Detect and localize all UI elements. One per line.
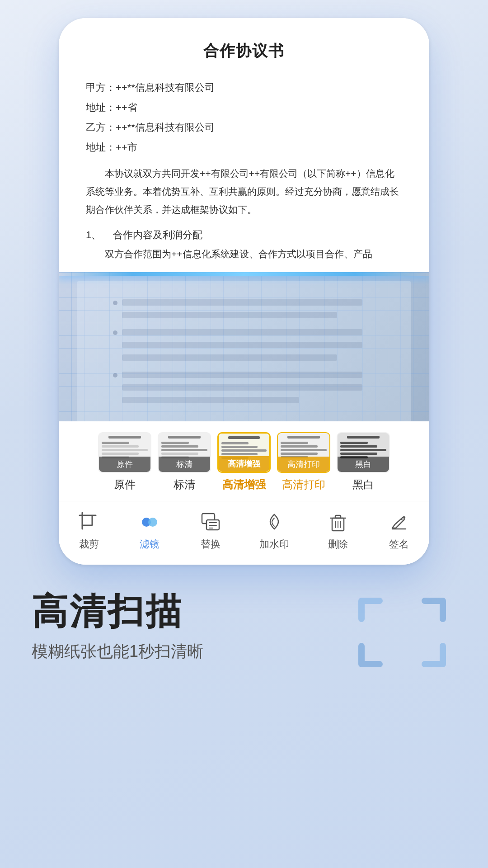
filter-label-hd-enhance-inner: 高清增强 (228, 459, 260, 468)
doc-line-2: 地址：++省 (86, 98, 402, 118)
document-title: 合作协议书 (86, 41, 402, 61)
doc-section-content: 双方合作范围为++信息化系统建设、合作方式以项目合作、产品 (86, 245, 402, 263)
doc-section: 1、 合作内容及利润分配 (86, 225, 402, 245)
replace-icon (199, 510, 222, 534)
filter-label-standard-inner: 标清 (176, 460, 192, 469)
toolbar-label-crop: 裁剪 (79, 538, 99, 551)
scan-bullet-2 (113, 329, 375, 367)
toolbar-item-filter[interactable]: 滤镜 (133, 510, 166, 551)
app-container: 合作协议书 甲方：++**信息科技有限公司 地址：++省 乙方：++**信息科技… (0, 0, 488, 868)
delete-icon (326, 510, 350, 534)
filter-label-hd-enhance: 高清增强 (222, 477, 266, 492)
filter-thumb-bw: 黑白 (337, 432, 390, 473)
filter-label-bw-inner: 黑白 (355, 460, 371, 469)
filter-thumb-standard: 标清 (158, 432, 211, 473)
scan-paper (77, 281, 411, 421)
svg-rect-0 (82, 515, 92, 525)
filter-item-hd-enhance[interactable]: 高清增强 高清增强 (217, 432, 271, 492)
bullet-lines-2 (122, 329, 375, 367)
toolbar-item-delete[interactable]: 删除 (322, 510, 354, 551)
toolbar-label-filter: 滤镜 (140, 538, 160, 551)
promo-area: 高清扫描 模糊纸张也能1秒扫清晰 (0, 565, 488, 690)
filter-label-standard: 标清 (174, 477, 195, 492)
svg-rect-14 (335, 515, 341, 518)
bullet-lines (122, 299, 375, 325)
filter-thumb-hd-enhance: 高清增强 (217, 432, 271, 473)
scan-text-lines (113, 299, 375, 414)
toolbar-item-watermark[interactable]: 加水印 (255, 510, 294, 551)
bullet-lines-3 (122, 372, 375, 410)
toolbar-item-sign[interactable]: 签名 (383, 510, 415, 551)
toolbar-label-replace: 替换 (201, 538, 221, 551)
toolbar-item-crop[interactable]: 裁剪 (73, 510, 105, 551)
filter-item-hd-print[interactable]: 高清打印 高清打印 (277, 432, 330, 492)
filter-item-standard[interactable]: 标清 标清 (158, 432, 211, 492)
filter-item-bw[interactable]: 黑白 黑白 (337, 432, 390, 492)
bullet-dot (113, 301, 117, 305)
section-title: 合作内容及利润分配 (113, 229, 202, 241)
doc-line-1: 甲方：++**信息科技有限公司 (86, 78, 402, 98)
toolbar-label-sign: 签名 (389, 538, 409, 551)
filter-label-hd-print-inner: 高清打印 (287, 460, 320, 469)
bullet-dot-3 (113, 373, 117, 377)
sign-icon (387, 510, 411, 534)
bullet-dot-2 (113, 330, 117, 335)
filter-label-original: 原件 (114, 477, 136, 492)
watermark-icon (263, 510, 286, 534)
filter-icon (138, 510, 161, 534)
doc-line-4: 地址：++市 (86, 137, 402, 157)
scan-bracket-icon (352, 583, 452, 682)
filter-thumb-original: 原件 (98, 432, 151, 473)
filter-label-bw: 黑白 (352, 477, 374, 492)
document-area: 合作协议书 甲方：++**信息科技有限公司 地址：++省 乙方：++**信息科技… (59, 18, 429, 272)
scan-overlay (59, 272, 429, 421)
doc-paragraph: 本协议就双方共同开发++有限公司++有限公司（以下简称++）信息化系统等业务。本… (86, 165, 402, 219)
filter-strip: 原件 原件 (59, 421, 429, 501)
crop-icon (77, 510, 101, 534)
filter-label-original-inner: 原件 (117, 460, 133, 469)
filter-label-hd-print: 高清打印 (282, 477, 325, 492)
bottom-toolbar: 裁剪 滤镜 (59, 501, 429, 565)
svg-point-6 (148, 518, 157, 527)
phone-frame: 合作协议书 甲方：++**信息科技有限公司 地址：++省 乙方：++**信息科技… (59, 18, 429, 565)
scan-bullet-3 (113, 372, 375, 410)
filter-thumb-hd-print: 高清打印 (277, 432, 330, 473)
toolbar-item-replace[interactable]: 替换 (194, 510, 227, 551)
toolbar-label-delete: 删除 (328, 538, 348, 551)
scan-line (59, 272, 429, 276)
scan-bullet-1 (113, 299, 375, 325)
doc-line-3: 乙方：++**信息科技有限公司 (86, 118, 402, 137)
section-num: 1、 (86, 229, 101, 241)
phone-mockup: 合作协议书 甲方：++**信息科技有限公司 地址：++省 乙方：++**信息科技… (59, 0, 429, 565)
toolbar-label-watermark: 加水印 (259, 538, 289, 551)
filter-item-original[interactable]: 原件 原件 (98, 432, 151, 492)
